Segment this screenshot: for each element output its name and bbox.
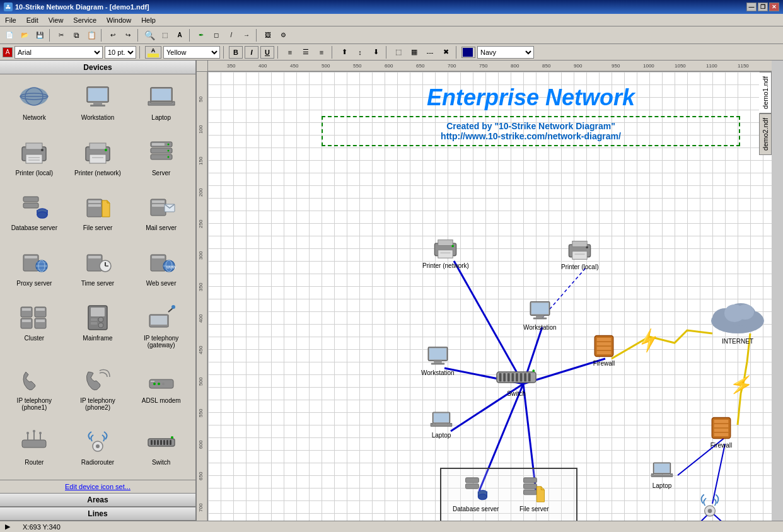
device-file-server[interactable]: File server	[67, 188, 129, 241]
spacing-button[interactable]: ⬚	[392, 46, 405, 59]
node-laptop1[interactable]: Laptop	[429, 409, 454, 439]
menu-help[interactable]: Help	[136, 15, 161, 25]
device-workstation[interactable]: Workstation	[67, 78, 129, 131]
svg-rect-95	[154, 440, 156, 445]
redo-button[interactable]: ↪	[121, 28, 135, 42]
arrow-button[interactable]: →	[240, 28, 253, 42]
device-mail-server[interactable]: Mail server	[130, 188, 192, 241]
device-switch[interactable]: Switch	[130, 423, 192, 476]
save-button[interactable]: 💾	[33, 28, 47, 42]
device-laptop[interactable]: Laptop	[130, 78, 192, 131]
menu-edit[interactable]: Edit	[21, 15, 44, 25]
italic-button[interactable]: I	[245, 46, 258, 59]
device-time-server[interactable]: Time server	[67, 244, 129, 297]
device-network[interactable]: Network	[4, 78, 65, 131]
node-switch1[interactable]: Switch	[496, 367, 537, 397]
font-select[interactable]: Arial	[14, 46, 103, 59]
svg-point-80	[153, 383, 156, 385]
settings-button[interactable]: ⚙	[276, 28, 290, 42]
device-mainframe[interactable]: Mainframe	[67, 299, 129, 359]
diagram-canvas[interactable]: Enterprise Network Created by "10-Strike…	[208, 72, 772, 521]
device-printer-local[interactable]: Printer (local)	[4, 134, 65, 187]
dash-button[interactable]: ---	[423, 46, 437, 59]
align-right-button[interactable]: ≡	[315, 46, 328, 59]
restore-button[interactable]: ❐	[758, 3, 768, 11]
svg-rect-28	[23, 197, 38, 202]
fill-color-icon[interactable]: A	[3, 47, 13, 57]
tab-demo1[interactable]: demo1.ndf	[759, 72, 772, 113]
device-adsl-modem[interactable]: ADSL modem	[130, 361, 192, 421]
device-ip-phone2[interactable]: IP telephony (phone2)	[67, 361, 129, 421]
device-printer-network[interactable]: Printer (network)	[67, 134, 129, 187]
svg-point-82	[162, 383, 165, 385]
underline-button[interactable]: U	[260, 46, 274, 59]
undo-button[interactable]: ↩	[106, 28, 120, 42]
node-firewall1[interactable]: Firewall	[591, 333, 617, 367]
node-workstation1[interactable]: Workstation	[523, 299, 557, 331]
device-server[interactable]: Server	[130, 134, 192, 187]
valign-top-button[interactable]: ⬆	[337, 46, 351, 59]
svg-text:950: 950	[612, 63, 620, 69]
valign-bot-button[interactable]: ⬇	[369, 46, 383, 59]
menu-file[interactable]: File	[0, 15, 21, 25]
zoom-in-button[interactable]: 🔍	[142, 28, 156, 42]
valign-mid-button[interactable]: ↕	[353, 46, 367, 59]
line-button[interactable]: /	[224, 28, 238, 42]
minimize-button[interactable]: —	[746, 3, 757, 11]
select-button[interactable]: ⬚	[158, 28, 171, 42]
device-ip-phone1[interactable]: IP telephony (phone1)	[4, 361, 65, 421]
node-file-server-label: File server	[519, 506, 549, 512]
tab-demo2[interactable]: demo2.ndf	[759, 113, 772, 155]
network-label: Network	[23, 114, 46, 121]
menu-service[interactable]: Service	[68, 15, 102, 25]
text-button[interactable]: A	[173, 28, 187, 42]
border-button[interactable]: ▦	[407, 46, 421, 59]
line-color-select[interactable]: Navy	[477, 46, 534, 59]
svg-text:450: 450	[198, 345, 204, 354]
menu-window[interactable]: Window	[102, 15, 136, 25]
shape-button[interactable]: ◻	[209, 28, 223, 42]
device-ip-telephony-gw[interactable]: IP telephony (gateway)	[130, 299, 192, 359]
node-db-server[interactable]: Database server	[453, 475, 499, 512]
device-web-server[interactable]: www Web sever	[130, 244, 192, 297]
areas-section[interactable]: Areas	[0, 493, 195, 507]
paste-button[interactable]: 📋	[84, 28, 98, 42]
new-button[interactable]: 📄	[3, 28, 16, 42]
svg-rect-152	[438, 250, 453, 258]
fill-color-select[interactable]: Yellow	[163, 46, 220, 59]
node-file-server[interactable]: File server	[519, 475, 549, 512]
pattern-button[interactable]: ✖	[439, 46, 453, 59]
copy-button[interactable]: ⧉	[69, 28, 83, 42]
draw-button[interactable]: ✒	[194, 28, 208, 42]
cut-button[interactable]: ✂	[54, 28, 68, 42]
svg-rect-162	[536, 315, 544, 318]
node-printer-network[interactable]: Printer (network)	[422, 236, 469, 269]
image-button[interactable]: 🖼	[261, 28, 275, 42]
device-proxy-server[interactable]: Proxy server	[4, 244, 65, 297]
device-database-server[interactable]: Database server	[4, 188, 65, 241]
svg-rect-37	[88, 204, 101, 207]
lines-section[interactable]: Lines	[0, 507, 195, 521]
node-radiorouter1[interactable]: Radiorouter	[693, 493, 726, 521]
menu-view[interactable]: View	[44, 15, 69, 25]
node-printer-local[interactable]: Printer (local)	[561, 237, 598, 270]
device-radiorouter[interactable]: Radiorouter	[67, 423, 129, 476]
bold-button[interactable]: B	[229, 46, 243, 59]
fill-color-button[interactable]: A	[145, 46, 161, 59]
align-center-button[interactable]: ☰	[299, 46, 313, 59]
node-internet[interactable]: INTERNET	[706, 296, 769, 345]
device-router[interactable]: Router	[4, 423, 65, 476]
node-internet-label: INTERNET	[722, 338, 753, 345]
device-cluster[interactable]: Cluster	[4, 299, 65, 359]
align-left-button[interactable]: ≡	[283, 46, 297, 59]
node-workstation2[interactable]: Workstation	[421, 344, 455, 376]
node-firewall3[interactable]: Firewall	[708, 415, 734, 449]
ip-telephony-gw-label: IP telephony (gateway)	[132, 335, 190, 349]
node-laptop2[interactable]: Laptop	[649, 460, 675, 489]
svg-text:650: 650	[416, 63, 425, 69]
edit-device-icon-link[interactable]: Edit device icon set...	[3, 483, 193, 490]
font-size-select[interactable]: 10 pt.	[105, 46, 136, 59]
close-button[interactable]: ✕	[769, 3, 779, 11]
open-button[interactable]: 📂	[18, 28, 32, 42]
line-color-button[interactable]	[461, 47, 475, 58]
